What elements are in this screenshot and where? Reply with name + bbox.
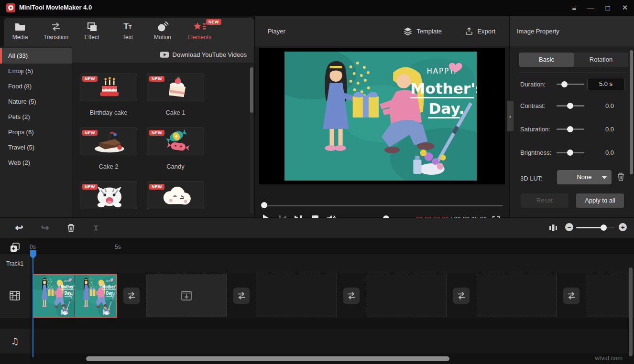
timeline-rail: Track1 ♫ (0, 238, 30, 364)
add-track-button[interactable] (0, 241, 30, 254)
music-track-row[interactable] (30, 329, 634, 353)
clip-placeholder[interactable] (366, 274, 447, 317)
menu-icon[interactable]: ≡ (568, 2, 580, 13)
tab-effect[interactable]: Effect (77, 21, 107, 44)
media-folder-icon (5, 21, 35, 33)
drop-media-icon (180, 290, 193, 301)
motion-icon (147, 21, 178, 33)
music-track-header[interactable]: ♫ (0, 329, 30, 353)
template-button[interactable]: Template (403, 26, 442, 36)
contrast-slider-handle[interactable] (567, 103, 573, 109)
seek-bar[interactable] (261, 202, 503, 209)
tab-motion[interactable]: Motion (147, 21, 178, 44)
playhead-marker[interactable] (30, 250, 36, 258)
saturation-slider[interactable] (557, 128, 584, 130)
timeline-horizontal-scrollbar[interactable] (86, 356, 449, 361)
tab-elements[interactable]: Elements NEW (184, 21, 215, 44)
redo-button[interactable]: ↪ (38, 221, 52, 235)
close-button[interactable]: ✕ (619, 2, 631, 13)
category-emoji[interactable]: Emoji (5) (0, 64, 72, 79)
clip-placeholder[interactable] (476, 274, 557, 317)
element-card-cake-2[interactable]: NEW (80, 128, 137, 155)
duration-slider-handle[interactable] (561, 81, 568, 87)
tab-basic[interactable]: Basic (519, 53, 574, 67)
lut-dropdown[interactable]: None (557, 170, 612, 184)
duration-row: Duration: 5.0 s (510, 77, 634, 92)
saturation-slider-handle[interactable] (567, 126, 573, 132)
lut-trash-icon[interactable] (617, 172, 625, 183)
category-pets[interactable]: Pets (2) (0, 109, 72, 125)
category-props[interactable]: Props (6) (0, 125, 72, 140)
delete-button[interactable] (64, 221, 77, 235)
category-web[interactable]: Web (2) (0, 155, 72, 171)
category-all[interactable]: All (33) (0, 48, 72, 64)
minimize-button[interactable]: — (584, 2, 597, 13)
clip-placeholder-drop[interactable] (146, 274, 227, 317)
timeline-zoom-slider[interactable] (576, 227, 614, 228)
duration-value[interactable]: 5.0 s (587, 78, 624, 90)
fit-timeline-icon[interactable] (547, 221, 560, 235)
category-food[interactable]: Food (8) (0, 79, 72, 94)
transition-slot[interactable] (233, 288, 250, 304)
element-card-cat[interactable]: NEW (80, 182, 137, 209)
brightness-slider[interactable] (557, 152, 584, 153)
category-travel[interactable]: Travel (5) (0, 140, 72, 155)
contrast-value: 0.0 (605, 102, 614, 109)
zoom-out-button[interactable]: − (565, 223, 573, 231)
clip-thumbnail (75, 275, 117, 317)
ribbon-toolbar: Media Transition Effect TT Text Motion (4, 18, 254, 46)
property-scrollbar-thumb[interactable] (630, 50, 633, 174)
zoom-slider-handle[interactable] (601, 225, 607, 231)
maximize-button[interactable]: □ (601, 2, 614, 13)
timeline-ruler[interactable]: 0s 5s (30, 238, 634, 254)
undo-button[interactable]: ↩ (12, 221, 26, 235)
seek-handle[interactable] (261, 202, 267, 208)
category-nature[interactable]: Nature (5) (0, 94, 72, 109)
split-scissors-button[interactable]: ✂ (89, 221, 103, 235)
element-card-cake-1[interactable]: NEW (147, 74, 204, 101)
tab-text[interactable]: TT Text (112, 21, 143, 44)
track1-row[interactable] (30, 254, 634, 273)
video-track-row[interactable] (30, 273, 634, 318)
video-track-header[interactable] (0, 273, 30, 318)
elements-grid: NEW NEW Birthday cake Cake 1 NEW (72, 63, 254, 217)
clip-placeholder[interactable] (586, 274, 634, 317)
element-card-candy[interactable]: NEW (147, 128, 204, 155)
app-logo-icon (6, 3, 15, 12)
brightness-row: Brightness: 0.0 (510, 146, 634, 160)
zoom-slider-fill (576, 227, 603, 228)
transition-slot[interactable] (453, 288, 470, 304)
window-title: MiniTool MovieMaker 4.0 (19, 4, 92, 11)
effect-layers-icon (77, 21, 107, 33)
video-stage (259, 48, 505, 184)
video-preview[interactable] (284, 52, 477, 181)
transition-slot[interactable] (123, 288, 140, 304)
tab-media[interactable]: Media (5, 21, 35, 44)
timeline-clip-selected[interactable] (33, 274, 117, 318)
seek-track[interactable] (261, 205, 503, 206)
reset-button[interactable]: Reset (521, 193, 568, 208)
transition-slot[interactable] (563, 288, 579, 304)
saturation-value: 0.0 (605, 126, 614, 133)
tab-transition[interactable]: Transition (41, 21, 71, 44)
transition-slot[interactable] (343, 288, 360, 304)
track1-header[interactable]: Track1 (0, 254, 30, 273)
element-label: Birthday cake (80, 109, 137, 116)
apply-to-all-button[interactable]: Apply to all (576, 193, 624, 208)
tab-rotation[interactable]: Rotation (574, 53, 628, 67)
element-card-cloud[interactable]: NEW (147, 182, 204, 209)
element-label: Cake 1 (147, 109, 204, 116)
duration-slider[interactable] (557, 84, 584, 85)
zoom-in-button[interactable]: + (619, 223, 627, 231)
download-youtube-link[interactable]: Download YouTube Videos (173, 51, 247, 58)
elements-scrollbar-thumb[interactable] (250, 67, 253, 113)
clip-placeholder[interactable] (256, 274, 337, 317)
youtube-icon (160, 51, 169, 58)
element-card-birthday-cake[interactable]: NEW (80, 74, 137, 101)
collapse-panel-arrow[interactable]: › (507, 101, 514, 131)
export-button[interactable]: Export (465, 26, 495, 36)
brightness-slider-handle[interactable] (567, 150, 573, 156)
contrast-slider[interactable] (557, 105, 584, 107)
timeline-vertical-scrollbar[interactable] (629, 268, 633, 356)
ruler-0s: 0s (30, 244, 36, 250)
